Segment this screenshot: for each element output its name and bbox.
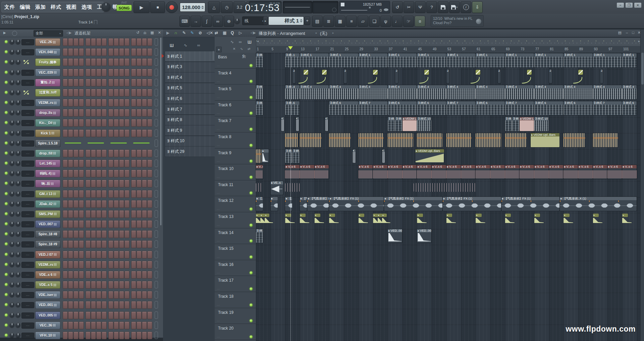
step-cell[interactable] [137,69,142,76]
song-mode-button[interactable]: SONG [116,5,132,11]
rack-close-icon[interactable]: ✕ [158,31,161,35]
channel-target-display[interactable]: --- [21,100,34,106]
step-cell[interactable] [86,79,91,87]
step-cell[interactable] [131,79,136,87]
step-cell[interactable] [91,251,96,259]
pl-mute-icon[interactable]: ◁✕ [207,31,213,35]
step-cell[interactable] [147,311,152,319]
rack-filter-selector[interactable]: 全部 ▸ [34,30,63,37]
channel-target-display[interactable]: --- [21,191,34,197]
track-grip[interactable]: ⋯ [217,80,220,83]
track-mute-led[interactable] [250,335,253,338]
track-mute-led[interactable] [250,96,253,99]
channel-keyboard-capsule[interactable] [155,129,158,137]
step-cell[interactable] [91,79,96,87]
step-cell[interactable] [124,271,129,279]
step-cell[interactable] [131,190,136,198]
channel-mute-led[interactable] [5,60,8,63]
menu-item-2[interactable]: 添加 [35,4,46,10]
step-cell[interactable] [86,180,91,187]
step-cell[interactable] [91,170,96,177]
step-cell[interactable] [114,190,119,198]
step-cell[interactable] [137,311,142,319]
channel-button[interactable]: VED..001 [35,301,60,309]
step-cell[interactable] [108,332,113,339]
step-cell[interactable] [63,301,68,309]
minimize-button[interactable]: – [617,3,624,8]
step-cell[interactable] [102,220,107,228]
channel-mute-led[interactable] [5,111,8,114]
channel-volume-knob[interactable] [15,70,20,75]
channel-mute-led[interactable] [5,172,8,175]
step-cell[interactable] [68,210,73,218]
step-cell[interactable] [79,240,84,248]
main-volume-knob[interactable] [101,2,111,11]
rack-scrollbar[interactable] [160,38,161,225]
step-cell[interactable] [114,129,119,137]
channel-pan-knob[interactable] [9,272,14,277]
step-cell[interactable] [124,291,129,299]
track-grip[interactable]: ⋯ [217,239,220,243]
channel-keyboard-capsule[interactable] [155,109,158,116]
step-cell[interactable] [142,291,147,299]
step-cell[interactable] [119,291,124,299]
channel-target-display[interactable]: --- [21,140,34,147]
step-cell[interactable] [73,150,78,157]
audio-burst-clip[interactable]: ▸ [353,149,356,163]
track-grip[interactable]: ⋯ [217,176,220,179]
step-cell[interactable] [147,240,152,248]
audio-clip[interactable]: ▸VED..007 [388,229,402,243]
step-cell[interactable] [86,109,91,117]
step-cell[interactable] [124,230,129,238]
step-cell[interactable] [68,240,73,248]
track-mute-led[interactable] [250,224,253,227]
pattern-item[interactable]: ∃样式 6 [165,93,215,104]
step-cell[interactable] [108,170,113,177]
step-cell[interactable] [108,160,113,167]
step-cell[interactable] [131,170,136,177]
step-cell[interactable] [102,200,107,208]
step-cell[interactable] [68,291,73,299]
pattern-clip[interactable]: ∃样式 6 [564,101,592,115]
step-cell[interactable] [142,99,147,107]
step-cell[interactable] [147,69,152,76]
channel-target-display[interactable]: --- [21,110,34,116]
step-cell[interactable] [79,210,84,218]
step-cell[interactable] [147,261,152,269]
step-cell[interactable] [79,301,84,309]
step-cell[interactable] [131,200,136,208]
pattern-clip[interactable]: ∃样式 7 [359,101,387,115]
step-cell[interactable] [119,240,124,248]
channel-volume-knob[interactable] [15,80,20,85]
step-cell[interactable] [114,322,119,329]
channel-button[interactable]: Let..145 [35,160,60,167]
step-cell[interactable] [79,99,84,107]
step-cell[interactable] [79,48,84,56]
step-cell[interactable] [124,180,129,187]
step-cell[interactable] [68,200,73,208]
step-cell[interactable] [91,281,96,289]
step-cell[interactable] [142,180,147,187]
playlist-view-button[interactable]: ▤ [312,16,323,27]
track-mute-led[interactable] [250,303,253,306]
pattern-clip[interactable]: ∃样式 10 [417,117,431,131]
step-cell[interactable] [108,281,113,289]
step-cell[interactable] [96,322,101,329]
step-cell[interactable] [68,332,73,339]
step-cell[interactable] [102,311,107,319]
step-cell[interactable] [73,180,78,187]
step-cell[interactable] [142,311,147,319]
step-cell[interactable] [73,281,78,289]
audio-clip[interactable]: ▸V..s 6 [549,165,564,179]
step-cell[interactable] [73,109,78,117]
step-cell[interactable] [63,190,68,198]
step-cell[interactable] [142,322,147,329]
audio-clip[interactable]: ▸V..s 6 [490,165,505,179]
step-cell[interactable] [114,160,119,167]
audio-clip[interactable]: ▸【气氛音效】FX (1) [307,197,329,211]
mini-audio-clip[interactable]: ▸ [329,214,334,224]
pl-menu-icon[interactable]: ▤ [618,31,622,35]
step-cell[interactable] [142,89,147,97]
pattern-clip[interactable]: ∃样式 1 [476,53,504,67]
pattern-clip[interactable]: ∃样..3 [512,117,519,131]
